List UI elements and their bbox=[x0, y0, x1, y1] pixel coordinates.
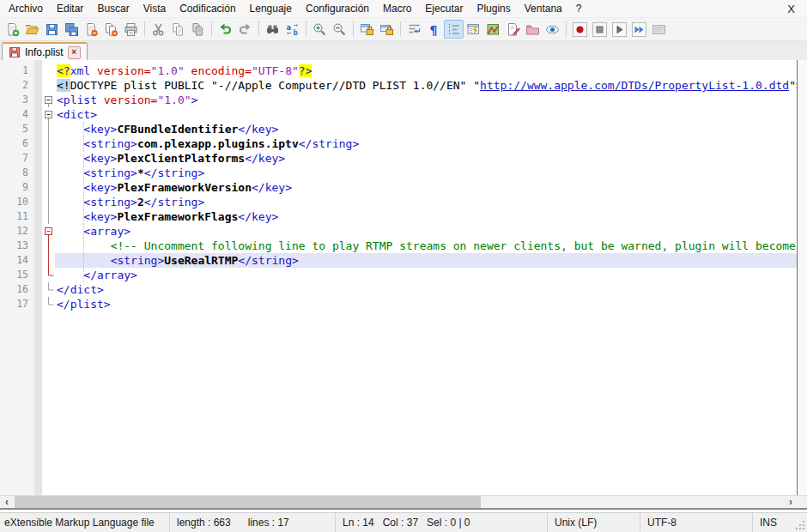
close-all-button[interactable] bbox=[101, 20, 121, 39]
line-number: 9 bbox=[0, 180, 34, 195]
show-indent-guide-icon bbox=[446, 22, 461, 37]
code-line-text[interactable]: <string>UseRealRTMP</string> bbox=[55, 253, 797, 268]
code-line-text[interactable]: <dict> bbox=[55, 107, 797, 122]
save-recorded-macro-button[interactable] bbox=[649, 20, 669, 39]
code-line-text[interactable]: <key>PlexFrameworkFlags</key> bbox=[55, 209, 797, 224]
fold-toggle-icon[interactable] bbox=[42, 107, 55, 122]
playback-macro-button[interactable] bbox=[610, 20, 629, 39]
show-all-characters-button[interactable]: ¶ bbox=[424, 20, 444, 39]
menu-item-lenguaje[interactable]: Lenguaje bbox=[243, 0, 299, 17]
tab-info-plist[interactable]: Info.plist× bbox=[2, 42, 88, 61]
replace-button[interactable]: ab bbox=[282, 20, 302, 39]
menu-item-vista[interactable]: Vista bbox=[137, 0, 173, 17]
menu-item-help[interactable]: ? bbox=[569, 0, 589, 17]
menu-item-codificacion[interactable]: Codificación bbox=[173, 0, 242, 17]
bookmark-margin[interactable] bbox=[34, 253, 42, 268]
bookmark-margin[interactable] bbox=[34, 122, 42, 136]
menu-item-archivo[interactable]: Archivo bbox=[2, 0, 50, 17]
menu-item-ventana[interactable]: Ventana bbox=[518, 0, 569, 17]
bookmark-margin[interactable] bbox=[34, 136, 42, 151]
code-line-text[interactable]: <!DOCTYPE plist PUBLIC "-//Apple Compute… bbox=[55, 78, 797, 93]
editor-empty-area[interactable] bbox=[0, 311, 797, 495]
code-line-text[interactable]: <array> bbox=[55, 224, 797, 239]
code-line-text[interactable]: </array> bbox=[55, 268, 797, 282]
bookmark-margin[interactable] bbox=[34, 151, 42, 166]
monitor-tail-button[interactable] bbox=[543, 20, 562, 39]
line-number: 8 bbox=[0, 166, 34, 180]
bookmark-margin[interactable] bbox=[34, 282, 42, 297]
code-line-text[interactable]: <string>2</string> bbox=[55, 195, 797, 209]
menu-item-buscar[interactable]: Buscar bbox=[90, 0, 136, 17]
bookmark-margin[interactable] bbox=[34, 166, 42, 180]
bookmark-margin[interactable] bbox=[34, 180, 42, 195]
tab-close-icon[interactable]: × bbox=[68, 46, 81, 59]
bookmark-margin[interactable] bbox=[34, 107, 42, 122]
print-button[interactable] bbox=[121, 20, 141, 39]
status-eol-format[interactable]: Unix (LF) bbox=[555, 517, 597, 529]
bookmark-margin[interactable] bbox=[34, 297, 42, 311]
code-line-text[interactable]: <!-- Uncomment following line to play RT… bbox=[55, 239, 797, 253]
zoom-in-button[interactable] bbox=[310, 20, 330, 39]
open-file-button[interactable] bbox=[22, 20, 42, 39]
window-close-button[interactable]: X bbox=[775, 3, 807, 15]
code-line-text[interactable]: <plist version="1.0"> bbox=[55, 93, 797, 107]
status-encoding[interactable]: UTF-8 bbox=[647, 517, 677, 529]
menu-item-configuracion[interactable]: Configuración bbox=[299, 0, 376, 17]
function-list-button[interactable] bbox=[464, 20, 483, 39]
menu-item-editar[interactable]: Editar bbox=[50, 0, 90, 17]
sync-horizontal-scroll-button[interactable] bbox=[377, 20, 397, 39]
document-map-button[interactable] bbox=[483, 20, 503, 39]
code-line-text[interactable]: <string>*</string> bbox=[55, 166, 797, 180]
folder-as-workspace-button[interactable] bbox=[523, 20, 543, 39]
start-recording-button[interactable] bbox=[570, 20, 590, 39]
save-all-button[interactable] bbox=[62, 20, 82, 39]
copy-button[interactable] bbox=[168, 20, 188, 39]
code-line-text[interactable]: <key>PlexClientPlatforms</key> bbox=[55, 151, 797, 166]
close-file-button[interactable] bbox=[82, 20, 101, 39]
bookmark-margin[interactable] bbox=[34, 209, 42, 224]
code-line-text[interactable]: </plist> bbox=[55, 297, 797, 311]
code-line-text[interactable]: </dict> bbox=[55, 282, 797, 297]
code-line: 1<?xml version="1.0" encoding="UTF-8"?> bbox=[0, 63, 797, 78]
horizontal-scrollbar[interactable]: ‹ › bbox=[0, 495, 798, 508]
code-line-text[interactable]: <key>PlexFrameworkVersion</key> bbox=[55, 180, 797, 195]
code-line-text[interactable]: <string>com.plexapp.plugins.iptv</string… bbox=[55, 136, 797, 151]
zoom-out-button[interactable] bbox=[330, 20, 349, 39]
find-button[interactable] bbox=[263, 20, 282, 39]
redo-button[interactable] bbox=[235, 20, 255, 39]
cut-button[interactable] bbox=[149, 20, 168, 39]
bookmark-margin[interactable] bbox=[34, 224, 42, 239]
tab-bar: Info.plist× bbox=[0, 41, 807, 62]
save-file-button[interactable] bbox=[42, 20, 62, 39]
menu-item-ejecutar[interactable]: Ejecutar bbox=[418, 0, 470, 17]
code-line-text[interactable]: <?xml version="1.0" encoding="UTF-8"?> bbox=[55, 63, 797, 78]
bookmark-margin[interactable] bbox=[34, 63, 42, 78]
run-macro-multiple-button[interactable] bbox=[629, 20, 649, 39]
bookmark-margin[interactable] bbox=[34, 195, 42, 209]
show-indent-guide-button[interactable] bbox=[444, 20, 464, 39]
fold-margin bbox=[42, 268, 55, 282]
fold-margin bbox=[42, 209, 55, 224]
horizontal-scrollbar-thumb[interactable] bbox=[15, 496, 481, 508]
paste-button[interactable] bbox=[188, 20, 208, 39]
code-line-text[interactable]: <key>CFBundleIdentifier</key> bbox=[55, 122, 797, 136]
bookmark-margin[interactable] bbox=[34, 78, 42, 93]
vertical-scrollbar[interactable] bbox=[798, 60, 807, 495]
scroll-right-arrow-icon[interactable]: › bbox=[784, 496, 798, 508]
sync-vertical-scroll-button[interactable] bbox=[357, 20, 377, 39]
menu-item-plugins[interactable]: Plugins bbox=[470, 0, 517, 17]
fold-toggle-icon[interactable] bbox=[42, 224, 55, 239]
new-file-button[interactable] bbox=[3, 20, 22, 39]
word-wrap-button[interactable] bbox=[404, 20, 424, 39]
bookmark-margin[interactable] bbox=[34, 268, 42, 282]
status-insert-mode[interactable]: INS bbox=[760, 517, 777, 529]
undo-button[interactable] bbox=[215, 20, 235, 39]
stop-recording-button[interactable] bbox=[590, 20, 610, 39]
menu-item-macro[interactable]: Macro bbox=[376, 0, 418, 17]
document-list-button[interactable] bbox=[503, 20, 523, 39]
fold-toggle-icon[interactable] bbox=[42, 93, 55, 107]
bookmark-margin[interactable] bbox=[34, 93, 42, 107]
code-editor[interactable]: 1<?xml version="1.0" encoding="UTF-8"?>2… bbox=[0, 60, 798, 495]
bookmark-margin[interactable] bbox=[34, 239, 42, 253]
scroll-left-arrow-icon[interactable]: ‹ bbox=[0, 496, 14, 508]
